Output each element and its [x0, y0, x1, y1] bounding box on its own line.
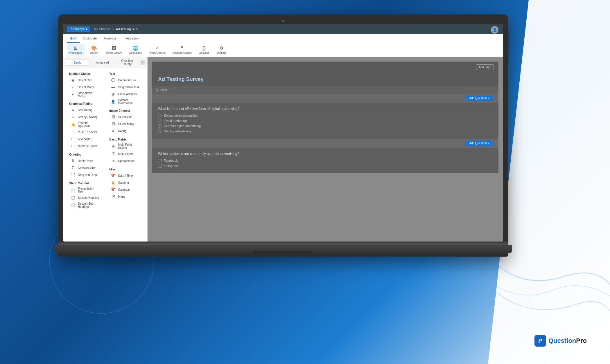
option-facebook: Facebook [158, 159, 493, 162]
toolbar-languages[interactable]: 🌐 Languages [126, 44, 144, 55]
push-to-social-icon: ↑ [70, 129, 76, 135]
toolbar-design-label: Design [90, 51, 98, 54]
q-image-rating[interactable]: ★ Rating [110, 127, 142, 134]
q-image-select-one[interactable]: 🖼 Select One [110, 113, 142, 120]
add-question-bar-top: Add Question ▾ [152, 94, 498, 103]
sidebar-tab-bar: Basic Advanced Question Library ✕ [63, 57, 147, 68]
q-comment-box[interactable]: 💬 Comment Box [110, 77, 142, 84]
laptop-frame: P Surveys ▾ My Surveys > Ad Testing Surv… [58, 15, 508, 257]
section-ordering: Ordering [69, 153, 101, 156]
workspace-icon: ⊞ [74, 45, 78, 51]
block-collapse-icon[interactable]: ❯ [156, 88, 159, 92]
drag-and-drop-icon: ⋮⋮ [70, 172, 76, 177]
add-question-button-bottom[interactable]: Add Question ▾ [466, 140, 493, 146]
q-text-slider[interactable]: ⟷ Text Slider [69, 136, 101, 143]
q-section-subheading[interactable]: 📋 Section Sub-Heading [69, 201, 101, 209]
qp-logo-icon: P [534, 335, 546, 347]
section-misc: Misc [110, 168, 142, 171]
q-star-rating[interactable]: ★ Star Rating [69, 107, 101, 113]
sidebar-close-button[interactable]: ✕ [140, 60, 146, 65]
tab-analytics[interactable]: Analytics [100, 34, 120, 43]
breadcrumb-parent[interactable]: My Surveys [94, 27, 110, 31]
q-constant-sum[interactable]: Σ Constant Sum [69, 164, 101, 171]
add-question-bar-bottom: Add Question ▾ [152, 139, 498, 148]
section-graphical-rating: Graphical Rating [69, 102, 101, 105]
surveys-label: Surveys [73, 27, 85, 31]
q-rank-order[interactable]: ⇅ Rank Order [69, 157, 101, 164]
q-presentation-text[interactable]: 📄 Presentation Text [69, 186, 101, 194]
sidebar: Basic Advanced Question Library ✕ Mu [63, 57, 148, 242]
q-contact-information[interactable]: 👤 Contact Information [110, 98, 142, 106]
sidebar-tab-basic[interactable]: Basic [65, 60, 90, 66]
breadcrumb: My Surveys > Ad Testing Surv... [94, 27, 141, 31]
q-email-address[interactable]: @ Email Address [110, 91, 142, 98]
tab-distribute[interactable]: Distribute [80, 34, 100, 43]
survey-main: Add Logo Ad Testing Survey ❯ Block 1 [148, 57, 503, 242]
q-dropdown-menu[interactable]: ▾ Drop-down Menu [69, 91, 101, 99]
section-text: Text [110, 72, 142, 75]
q-image-select-many[interactable]: 🖼 Select Many [110, 120, 142, 127]
q-multi-select[interactable]: ☑ Multi-Select [110, 150, 142, 157]
toolbar-media-library[interactable]: 🖼 Media Library [104, 44, 124, 55]
q-select-one[interactable]: ◉ Select One [69, 77, 101, 84]
toolbar-variables[interactable]: {} Variables [196, 44, 212, 55]
toolbar-design[interactable]: 🎨 Design [87, 44, 101, 55]
q-thumbs-updown[interactable]: 👍 Thumbs Up/Down [69, 120, 101, 129]
sidebar-tab-advanced[interactable]: Advanced [90, 60, 114, 65]
tab-edit[interactable]: Edit [67, 34, 80, 43]
q-drag-and-drop[interactable]: ⋮⋮ Drag and Drop [69, 171, 101, 178]
tab-integration[interactable]: Integration [120, 34, 142, 43]
q-section-heading[interactable]: 📋 Section Heading [69, 194, 101, 201]
q-multi-point-scales[interactable]: ⊞ Multi-Point Scales [110, 142, 142, 150]
q-numeric-slider[interactable]: ⟷ Numeric Slider [69, 143, 101, 149]
q-select-many[interactable]: ☑ Select Many [69, 84, 101, 91]
toolbar-variables-label: Variables [199, 51, 209, 54]
radio-circle-icon [158, 119, 162, 122]
toolbar-languages-label: Languages [129, 51, 142, 54]
q-calendar[interactable]: 📅 Calendar [110, 186, 142, 193]
advance-quotes-icon: ❝ [181, 45, 183, 51]
q-date-time[interactable]: 📅 Date / Time [110, 172, 142, 179]
checkbox-icon [158, 164, 162, 167]
finish-options-icon: ✓ [155, 45, 159, 51]
q-captcha[interactable]: 🔒 Captcha [110, 179, 142, 186]
option-search-engine: Search engine advertising [158, 124, 493, 128]
rank-order-icon: ⇅ [70, 158, 76, 163]
q-spreadsheet[interactable]: ⊞ Spreadsheet [110, 157, 142, 164]
select-many-icon: ☑ [70, 84, 76, 90]
date-time-icon: 📅 [111, 173, 116, 178]
single-row-text-icon: ▬ [111, 84, 116, 90]
avatar[interactable]: 👤 [491, 26, 498, 34]
toolbar-finish-label: Finish Options [149, 51, 166, 54]
add-logo-button[interactable]: Add Logo [476, 64, 494, 70]
section-image-chooser: Image Chooser [110, 109, 142, 112]
calendar-icon: 📅 [111, 187, 116, 192]
maps-icon: 🗺 [111, 194, 116, 199]
toolbar-workspace-label: Workspace [69, 51, 82, 54]
toolbar-advance-quotes[interactable]: ❝ Advance Quotes [170, 44, 194, 55]
section-subheading-icon: 📋 [70, 203, 76, 208]
block-label: Block 1 [160, 89, 170, 92]
q-push-to-social[interactable]: ↑ Push To Social [69, 129, 101, 136]
q-smiley-rating[interactable]: ☺ Smiley - Rating [69, 113, 101, 120]
laptop-screen: P Surveys ▾ My Surveys > Ad Testing Surv… [63, 24, 503, 242]
toolbar-settings-label: Settings [217, 51, 226, 54]
toolbar-settings[interactable]: ⚙ Settings [214, 44, 229, 55]
toolbar-workspace[interactable]: ⊞ Workspace [67, 44, 85, 55]
surveys-icon: P [70, 27, 72, 31]
add-question-button-top[interactable]: Add Question ▾ [466, 95, 493, 101]
section-static-content: Static Content [69, 182, 101, 185]
surveys-button[interactable]: P Surveys ▾ [67, 26, 90, 32]
dropdown-menu-icon: ▾ [70, 92, 76, 97]
smiley-rating-icon: ☺ [70, 114, 76, 120]
presentation-text-icon: 📄 [70, 188, 76, 193]
option-display-advertising: Display advertising [158, 129, 493, 133]
q-single-row-text[interactable]: ▬ Single Row Text [110, 84, 142, 91]
toolbar-finish-options[interactable]: ✓ Finish Options [146, 44, 168, 55]
languages-icon: 🌐 [132, 45, 138, 51]
image-select-one-icon: 🖼 [111, 114, 116, 120]
comment-box-icon: 💬 [111, 78, 116, 83]
sidebar-tab-question-library[interactable]: Question Library [115, 58, 139, 67]
q-maps[interactable]: 🗺 Maps [110, 193, 142, 200]
qp-logo-text: QuestionPro [548, 337, 587, 345]
